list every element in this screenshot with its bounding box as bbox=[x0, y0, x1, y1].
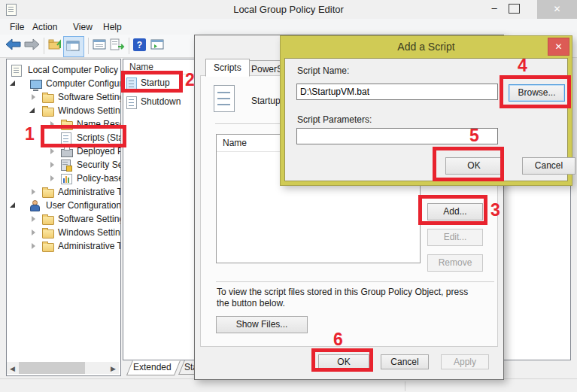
tab-scripts[interactable]: Scripts bbox=[205, 59, 250, 77]
tree-item-label: Administrative Te bbox=[58, 187, 121, 197]
props-cancel-button[interactable]: Cancel bbox=[381, 354, 429, 369]
annotation-box-5 bbox=[433, 147, 504, 181]
remove-button[interactable]: Remove bbox=[427, 254, 483, 272]
toolbar-separator bbox=[88, 38, 89, 54]
add-a-script-dialog: Add a Script ✕ Script Name: Browse... Sc… bbox=[280, 35, 572, 186]
tree-item-label: User Configuration bbox=[46, 200, 121, 211]
action-pane-icon[interactable] bbox=[150, 38, 164, 53]
security-icon bbox=[61, 160, 71, 171]
annotation-step-3: 3 bbox=[490, 200, 500, 220]
tree-item-label: Computer Configura bbox=[46, 78, 121, 89]
tree-item-windows-settings[interactable]: Windows Setting bbox=[7, 105, 121, 117]
annotation-step-5: 5 bbox=[469, 126, 479, 146]
console-tree-icon[interactable] bbox=[63, 36, 84, 57]
menu-view[interactable]: View bbox=[71, 21, 95, 33]
tree-item-label: Software Settings bbox=[58, 92, 121, 102]
printer-icon bbox=[61, 149, 73, 157]
scroll-right-icon[interactable]: ▶ bbox=[111, 365, 116, 372]
script-name-input[interactable] bbox=[296, 84, 498, 100]
help-icon[interactable]: ? bbox=[133, 38, 146, 53]
show-files-button[interactable]: Show Files... bbox=[216, 316, 308, 333]
expand-icon[interactable] bbox=[32, 94, 35, 100]
tree-item-label: Deployed Prin bbox=[77, 146, 121, 156]
annotation-step-1: 1 bbox=[25, 124, 35, 144]
export-list-icon[interactable] bbox=[110, 38, 125, 53]
annotation-box-4 bbox=[500, 75, 571, 108]
up-level-icon[interactable] bbox=[48, 38, 63, 53]
expand-icon[interactable] bbox=[32, 229, 35, 236]
script-icon bbox=[126, 96, 137, 109]
add-cancel-button[interactable]: Cancel bbox=[522, 157, 575, 175]
tree-item-label: Software Settings bbox=[58, 214, 121, 224]
folder-icon bbox=[42, 94, 54, 103]
expand-icon[interactable] bbox=[32, 243, 35, 249]
scrollbar-thumb[interactable] bbox=[19, 362, 85, 374]
script-parameters-label: Script Parameters: bbox=[297, 114, 372, 125]
tree-item-label: Policy-based bbox=[77, 173, 121, 184]
listbox-header-name: Name bbox=[223, 138, 247, 148]
scroll-left-icon[interactable]: ◀ bbox=[10, 365, 15, 372]
tree-item-computer-configuration[interactable]: Computer Configura bbox=[7, 77, 121, 90]
tree-item-software-settings[interactable]: Software Settings bbox=[7, 91, 121, 104]
svg-text:?: ? bbox=[137, 40, 142, 50]
collapse-icon[interactable] bbox=[29, 108, 35, 113]
list-item-label: Shutdown bbox=[141, 96, 181, 107]
separator bbox=[216, 281, 494, 282]
maximize-button[interactable] bbox=[509, 4, 520, 14]
folder-icon bbox=[42, 229, 54, 239]
edit-button[interactable]: Edit... bbox=[427, 229, 483, 246]
forward-icon[interactable] bbox=[24, 38, 40, 53]
folder-icon bbox=[42, 108, 54, 117]
properties-icon[interactable] bbox=[93, 38, 106, 53]
menu-action[interactable]: Action bbox=[30, 21, 59, 33]
menu-bar: File Action View Help bbox=[0, 19, 577, 35]
annotation-box-2 bbox=[121, 71, 183, 93]
expand-icon[interactable] bbox=[32, 216, 35, 222]
title-bar: Local Group Policy Editor – ✕ bbox=[0, 0, 577, 19]
expand-icon[interactable] bbox=[32, 189, 35, 195]
tree-item-label: Local Computer Policy bbox=[28, 65, 118, 75]
menu-file[interactable]: File bbox=[8, 21, 26, 33]
annotation-box-6 bbox=[311, 348, 373, 372]
tree-item-user-software-settings[interactable]: Software Settings bbox=[7, 213, 121, 226]
folder-icon bbox=[42, 189, 54, 198]
script-parameters-input[interactable] bbox=[296, 128, 498, 144]
close-button[interactable]: ✕ bbox=[537, 0, 577, 19]
computer-icon bbox=[30, 80, 42, 89]
tree-item-label: Windows Setting bbox=[58, 105, 121, 116]
tree-item-user-windows-settings[interactable]: Windows Setting bbox=[7, 226, 121, 239]
dialog-title: Add a Script bbox=[281, 41, 572, 53]
menu-help[interactable]: Help bbox=[101, 21, 124, 33]
expand-icon[interactable] bbox=[50, 148, 54, 154]
close-icon[interactable]: ✕ bbox=[548, 38, 569, 56]
tree-item-label: Administrative Te bbox=[58, 241, 121, 251]
folder-icon bbox=[42, 216, 54, 225]
tree-item-local-computer-policy[interactable]: Local Computer Policy bbox=[7, 64, 121, 77]
tree-item-user-configuration[interactable]: User Configuration bbox=[7, 199, 121, 212]
expand-icon[interactable] bbox=[50, 175, 54, 181]
annotation-box-1 bbox=[41, 125, 126, 147]
collapse-icon[interactable] bbox=[10, 202, 15, 208]
toolbar-separator bbox=[44, 38, 44, 54]
tab-extended-label[interactable]: Extended bbox=[133, 362, 172, 372]
collapse-icon[interactable] bbox=[10, 81, 15, 86]
tree-item-security-settings[interactable]: Security Settin bbox=[7, 159, 121, 172]
local-group-policy-editor-window: Local Group Policy Editor – ✕ File Actio… bbox=[0, 0, 577, 392]
status-bar bbox=[0, 378, 577, 392]
chart-icon bbox=[61, 174, 72, 184]
annotation-step-6: 6 bbox=[333, 330, 343, 350]
expand-icon[interactable] bbox=[50, 162, 54, 168]
console-tree-pane: Local Computer Policy Computer Configura… bbox=[6, 59, 121, 376]
back-icon[interactable] bbox=[5, 38, 21, 53]
tree-item-label: Windows Setting bbox=[58, 227, 121, 238]
script-name-label: Script Name: bbox=[297, 65, 349, 76]
minimize-button[interactable]: – bbox=[486, 2, 503, 16]
annotation-step-4: 4 bbox=[518, 56, 527, 76]
tree-item-user-administrative-templates[interactable]: Administrative Te bbox=[7, 240, 121, 253]
section-label: Startup bbox=[251, 96, 281, 106]
annotation-step-2: 2 bbox=[185, 70, 195, 90]
props-apply-button[interactable]: Apply bbox=[441, 354, 489, 369]
horizontal-scrollbar[interactable]: ◀ ▶ bbox=[7, 362, 119, 374]
tree-item-policy-based-qos[interactable]: Policy-based bbox=[7, 172, 121, 185]
tree-item-administrative-templates[interactable]: Administrative Te bbox=[7, 186, 121, 199]
